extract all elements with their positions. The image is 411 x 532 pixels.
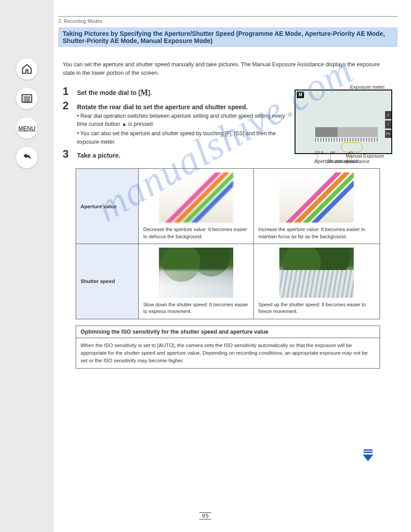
shutter-readout: 60	[330, 150, 335, 154]
sample-photo-slow-shutter	[159, 248, 233, 298]
aperture-readout: F2.8	[315, 150, 323, 154]
row-shutter-label: Shutter speed	[76, 244, 139, 319]
highlight-oval	[341, 142, 363, 152]
touch-icon-2: ‹	[385, 120, 391, 129]
cell-text: Slow down the shutter speed: It becomes …	[143, 301, 249, 315]
row-aperture-label: Aperture value	[76, 169, 139, 244]
nav-list-button[interactable]	[16, 88, 38, 109]
effects-table: Aperture value Decrease the aperture val…	[76, 168, 380, 319]
sample-photo-deep-dof	[279, 172, 354, 223]
cell-aperture-low: Decrease the aperture value: It becomes …	[139, 169, 254, 244]
optimize-body: When the ISO sensitivity is set to [AUTO…	[76, 338, 380, 369]
exposure-ticks	[315, 138, 378, 142]
screen-illustration-wrap: Exposure meter M ⤢ ‹ Fn F2.8 60 ±0 Apert…	[295, 90, 398, 154]
step-text: Set the mode dial to [M].	[77, 88, 152, 98]
cell-shutter-slow: Slow down the shutter speed: It becomes …	[139, 244, 254, 319]
svg-marker-6	[363, 455, 373, 461]
step1-after: ].	[148, 89, 152, 96]
nav-menu-button[interactable]: MENU	[16, 117, 38, 139]
list-icon	[21, 93, 33, 104]
intro-text: You can set the aperture and shutter spe…	[63, 60, 393, 78]
cell-text: Increase the aperture value: It becomes …	[258, 226, 375, 240]
sample-photo-shallow-dof	[159, 172, 233, 223]
cell-text: Decrease the aperture value: It becomes …	[143, 226, 249, 240]
section-title: Taking Pictures by Specifying the Apertu…	[58, 27, 398, 47]
touch-icon-3: Fn	[385, 130, 391, 138]
touch-strip: ⤢ ‹ Fn	[385, 111, 391, 139]
optimize-box: Optimising the ISO sensitivity for the s…	[76, 326, 380, 369]
callout-assist: Manual Exposure Assistance	[346, 153, 398, 164]
menu-label: MENU	[18, 125, 35, 132]
cell-aperture-high: Increase the aperture value: It becomes …	[253, 169, 380, 244]
home-icon	[21, 63, 33, 75]
step-text: Rotate the rear dial to set the aperture…	[77, 103, 248, 111]
page-number: 95	[199, 512, 211, 519]
continue-next-page-button[interactable]	[361, 448, 375, 464]
mode-indicator: M	[297, 92, 304, 98]
step-number: 1	[63, 85, 73, 98]
sidebar: MENU	[0, 0, 54, 532]
step-text: Take a picture.	[77, 152, 120, 159]
breadcrumb: 3. Recording Modes	[58, 18, 398, 24]
exposure-meter-bar	[315, 127, 378, 137]
cell-shutter-fast: Speed up the shutter speed: It becomes e…	[253, 244, 380, 319]
cell-text: Speed up the shutter speed: It becomes e…	[258, 301, 375, 315]
page-content: 3. Recording Modes Taking Pictures by Sp…	[54, 0, 411, 532]
divider	[58, 16, 398, 17]
nav-home-button[interactable]	[16, 58, 38, 80]
step-number: 2	[63, 99, 73, 112]
sample-photo-fast-shutter	[279, 248, 354, 298]
optimize-head: Optimising the ISO sensitivity for the s…	[76, 326, 380, 338]
nav-back-button[interactable]	[16, 147, 38, 168]
step1-before: Set the mode dial to [	[77, 89, 141, 96]
camera-screen-mock: M ⤢ ‹ Fn F2.8 60 ±0	[295, 90, 392, 154]
step-number: 3	[63, 148, 73, 160]
callout-exposure-meter: Exposure meter	[350, 84, 395, 90]
touch-icon-1: ⤢	[385, 111, 391, 119]
mode-m-icon: M	[141, 88, 148, 98]
back-icon	[21, 152, 33, 163]
arrow-down-icon	[361, 448, 375, 462]
